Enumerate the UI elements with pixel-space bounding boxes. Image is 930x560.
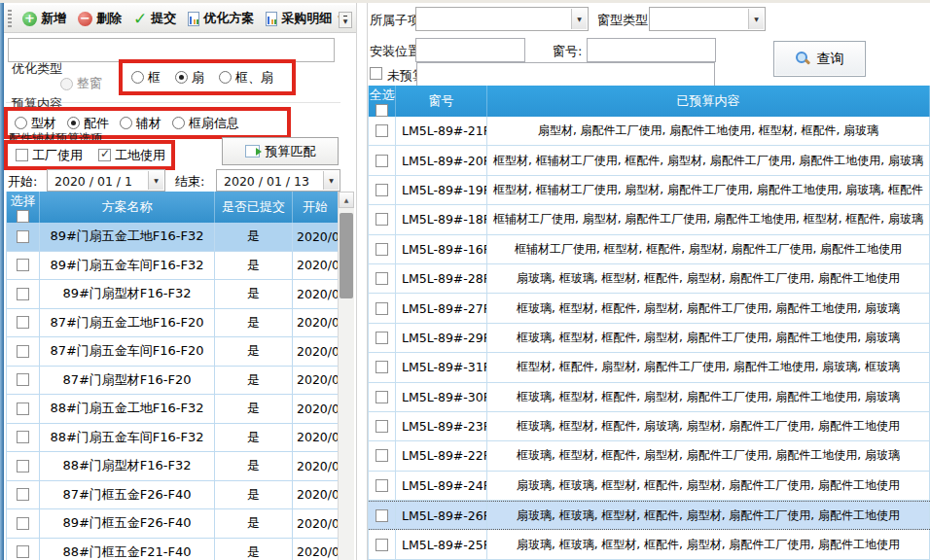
optimize-plan-button[interactable]: 优化方案: [182, 7, 260, 30]
window-table-row[interactable]: LM5L-89#-19F17框型材, 框辅材工厂使用, 扇型材, 扇配件工厂使用…: [369, 176, 930, 205]
window-table-row[interactable]: LM5L-89#-31F29框型材, 框配件, 扇型材, 扇配件工厂使用, 扇配…: [369, 353, 930, 382]
purchase-detail-button[interactable]: 采购明细 ▼: [260, 7, 348, 30]
plan-table-row[interactable]: 89#门扇五金工地F16-F32是2020/0: [7, 223, 354, 252]
submit-button[interactable]: 提交: [127, 7, 182, 30]
toolbar-grip[interactable]: [8, 10, 12, 27]
plan-table-row[interactable]: 87#门扇五金工地F16-F20是2020/0: [7, 309, 354, 338]
row-checkbox[interactable]: [376, 479, 388, 492]
scroll-up-icon[interactable]: ▲: [339, 192, 354, 208]
window-table-row[interactable]: LM5L-89#-26F24扇玻璃, 框玻璃, 框型材, 框配件, 扇型材, 扇…: [369, 501, 930, 530]
window-type-select[interactable]: ▼: [649, 7, 766, 31]
radio-icon[interactable]: [172, 117, 185, 129]
radio-icon[interactable]: [131, 71, 144, 84]
window-table-row[interactable]: LM5L-89#-20F18框型材, 框辅材工厂使用, 框配件, 扇型材, 扇配…: [369, 146, 930, 175]
plan-table-row[interactable]: 88#门扇五金车间F16-F32是2020/0: [7, 424, 354, 453]
radio-icon[interactable]: [175, 71, 188, 84]
window-table-row[interactable]: LM5L-89#-29F27框玻璃, 框型材, 框配件, 扇型材, 扇配件工厂使…: [369, 324, 930, 353]
radio-icon[interactable]: [15, 117, 27, 129]
chevron-down-icon[interactable]: ▼: [323, 171, 339, 190]
radio-option[interactable]: 配件: [67, 115, 109, 132]
row-checkbox[interactable]: [17, 345, 29, 358]
window-no-input[interactable]: [587, 38, 716, 62]
window-table-row[interactable]: LM5L-89#-21F19扇型材, 扇配件工厂使用, 扇配件工地使用, 框型材…: [369, 117, 930, 146]
row-checkbox[interactable]: [376, 539, 388, 551]
radio-icon[interactable]: [219, 71, 232, 84]
row-checkbox[interactable]: [17, 373, 29, 386]
radio-option[interactable]: 辅材: [120, 115, 161, 132]
window-table-row[interactable]: LM5L-89#-24F22扇玻璃, 框玻璃, 框型材, 框配件, 扇型材, 扇…: [369, 472, 930, 501]
radio-option[interactable]: 框、扇: [219, 69, 273, 87]
budget-match-button[interactable]: 预算匹配: [222, 137, 339, 165]
row-checkbox[interactable]: [17, 431, 29, 443]
window-table-row[interactable]: LM5L-89#-27F25框玻璃, 框型材, 框配件, 扇型材, 扇配件工厂使…: [369, 294, 930, 323]
plan-table-row[interactable]: 87#门扇五金车间F16-F20是2020/0: [7, 337, 354, 367]
plan-table-row[interactable]: 89#门扇五金车间F16-F32是2020/0: [7, 252, 354, 281]
chevron-down-icon[interactable]: ▼: [148, 171, 163, 190]
radio-icon[interactable]: [60, 78, 73, 90]
plan-table-row[interactable]: 89#门扇型材F16-F32是2020/0: [7, 280, 354, 309]
radio-icon[interactable]: [120, 117, 132, 129]
row-checkbox[interactable]: [376, 420, 388, 433]
window-table-row[interactable]: LM5L-89#-23F21框玻璃, 框型材, 框配件, 扇玻璃, 扇型材, 扇…: [369, 412, 930, 441]
checkbox-icon[interactable]: [16, 149, 28, 161]
end-date-picker[interactable]: 2020 / 01 / 13 ▼: [216, 169, 340, 192]
row-checkbox[interactable]: [17, 460, 29, 472]
unbudgeted-input[interactable]: [416, 62, 715, 87]
plan-table-row[interactable]: 88#门框五金F21-F40是2020/0: [7, 539, 354, 560]
select-all-checkbox[interactable]: [376, 104, 388, 117]
plan-table-row[interactable]: 88#门扇型材F16-F32是2020/0: [7, 452, 354, 481]
row-checkbox[interactable]: [376, 213, 388, 226]
row-checkbox[interactable]: [376, 243, 388, 256]
toolbar-overflow-button[interactable]: ▼: [339, 12, 352, 28]
scrollbar-thumb[interactable]: [340, 213, 353, 298]
row-checkbox[interactable]: [376, 155, 388, 167]
query-button[interactable]: 查询: [773, 41, 866, 77]
plan-table-row[interactable]: 87#门框五金F26-F40是2020/0: [7, 481, 354, 510]
radio-option[interactable]: 型材: [15, 115, 56, 132]
row-checkbox[interactable]: [17, 288, 29, 300]
plan-table-row[interactable]: 87#门扇型材F16-F20是2020/0: [7, 367, 354, 396]
row-checkbox[interactable]: [376, 124, 388, 137]
delete-button[interactable]: 删除: [72, 7, 127, 30]
start-date-picker[interactable]: 2020 / 01 / 1 ▼: [47, 169, 165, 192]
row-checkbox[interactable]: [17, 259, 29, 271]
sub-item-select[interactable]: ▼: [415, 7, 589, 31]
plan-table-scrollbar[interactable]: ▲: [338, 192, 354, 560]
row-checkbox[interactable]: [17, 316, 29, 329]
row-checkbox[interactable]: [17, 230, 29, 243]
row-checkbox[interactable]: [17, 488, 29, 501]
radio-option[interactable]: 框: [131, 69, 161, 87]
window-table-row[interactable]: LM5L-89#-25F23扇玻璃, 框玻璃, 框型材, 框配件, 扇型材, 扇…: [369, 530, 930, 559]
row-checkbox[interactable]: [376, 272, 388, 285]
radio-option[interactable]: 框扇信息: [172, 115, 239, 132]
row-checkbox[interactable]: [376, 449, 388, 462]
radio-option[interactable]: 整窗: [60, 75, 102, 92]
row-checkbox[interactable]: [17, 545, 29, 558]
window-table-row[interactable]: LM5L-89#-28F26扇玻璃, 框玻璃, 框型材, 框配件, 扇型材, 扇…: [369, 264, 930, 294]
checkbox-option[interactable]: 工厂使用: [16, 147, 83, 164]
chevron-down-icon[interactable]: ▼: [748, 9, 764, 29]
row-checkbox[interactable]: [376, 184, 388, 196]
row-checkbox[interactable]: [376, 391, 388, 403]
window-table-row[interactable]: LM5L-89#-16F15框辅材工厂使用, 框型材, 框配件, 扇型材, 扇配…: [369, 235, 930, 264]
plan-table-row[interactable]: 88#门扇五金工地F16-F32是2020/0: [7, 395, 354, 424]
window-table-row[interactable]: LM5L-89#-22F20框玻璃, 框型材, 框配件, 扇型材, 扇配件工厂使…: [369, 441, 930, 471]
checkbox-icon[interactable]: [98, 149, 111, 161]
row-checkbox[interactable]: [17, 402, 29, 415]
row-checkbox[interactable]: [376, 302, 388, 315]
row-checkbox[interactable]: [376, 509, 388, 522]
row-checkbox[interactable]: [17, 517, 29, 530]
window-table-row[interactable]: LM5L-89#-30F28框玻璃, 框型材, 框配件, 扇型材, 扇配件工厂使…: [369, 383, 930, 412]
add-button[interactable]: 新增: [17, 7, 72, 30]
chevron-down-icon[interactable]: ▼: [571, 9, 587, 29]
install-position-input[interactable]: [415, 38, 525, 62]
plan-table-row[interactable]: 89#门框五金F26-F40是2020/0: [7, 509, 354, 539]
checkbox-option[interactable]: 工地使用: [98, 147, 165, 164]
radio-option[interactable]: 扇: [175, 69, 204, 87]
row-checkbox[interactable]: [376, 361, 388, 373]
window-table-row[interactable]: LM5L-89#-18F16框辅材工厂使用, 扇型材, 扇配件工厂使用, 扇配件…: [369, 205, 930, 234]
panel-divider[interactable]: [356, 3, 368, 560]
unbudgeted-checkbox[interactable]: [370, 67, 382, 80]
radio-icon[interactable]: [67, 117, 80, 129]
row-checkbox[interactable]: [376, 332, 388, 344]
